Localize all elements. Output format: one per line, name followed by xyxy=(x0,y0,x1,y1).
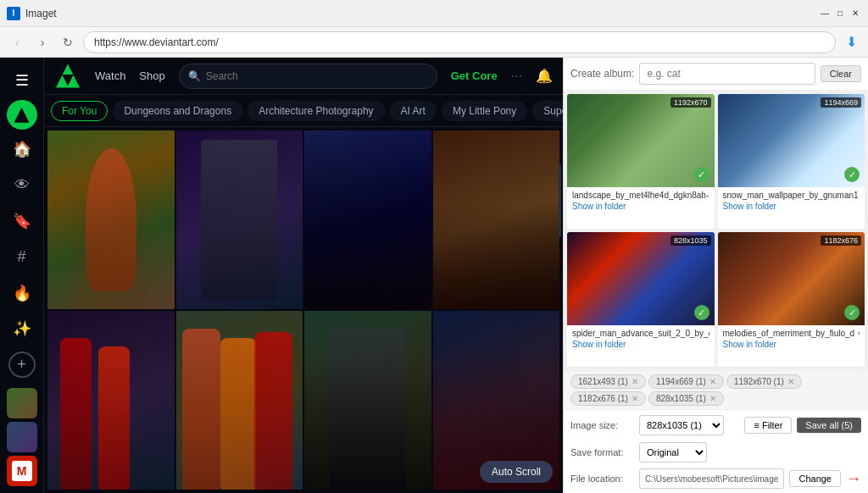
size-tag-remove-3[interactable]: ✕ xyxy=(787,377,794,386)
thumbnail-4: 1182x676 ✓ melodies_of_merriment_by_fiul… xyxy=(718,232,865,367)
thumb-dim-2: 1194x669 xyxy=(821,97,861,108)
thumb-show-1[interactable]: Show in folder xyxy=(572,202,709,211)
get-core-button[interactable]: Get Core xyxy=(451,69,498,82)
thumb-img-area-3[interactable]: 828x1035 ✓ xyxy=(567,232,715,325)
grid-image-3[interactable] xyxy=(304,130,431,309)
thumbnails-grid: 1192x670 ✓ landscape_by_met4lhe4d_dgkn8a… xyxy=(564,91,868,370)
size-tag-1[interactable]: 1621x493 (1) ✕ xyxy=(570,374,646,389)
thumb-img-area-4[interactable]: 1182x676 ✓ xyxy=(718,232,865,325)
category-architecture[interactable]: Architecture Photography xyxy=(248,101,384,121)
image-size-row: Image size: 828x1035 (1) ≡ Filter Save a… xyxy=(570,413,861,437)
thumb-info-2: snow_man_wallpaper_by_gnuman1 ✏ Show in … xyxy=(718,187,865,214)
url-bar[interactable] xyxy=(83,31,836,53)
thumb-show-4[interactable]: Show in folder xyxy=(723,340,860,349)
category-my-little-pony[interactable]: My Little Pony xyxy=(442,101,527,121)
category-for-you[interactable]: For You xyxy=(51,101,108,121)
da-logo-sidebar[interactable] xyxy=(7,100,37,130)
size-tag-2[interactable]: 1194x669 (1) ✕ xyxy=(648,374,724,389)
album-label: Create album: xyxy=(570,68,634,80)
sidebar-fire-button[interactable]: 🔥 xyxy=(5,276,39,308)
deviantart-panel: ☰ 🏠 👁 🔖 # 🔥 ✨ + M xyxy=(0,58,563,493)
thumb-info-1: landscape_by_met4lhe4d_dgkn8ah- ✏ Show i… xyxy=(567,187,715,214)
minimize-button[interactable]: — xyxy=(819,8,831,19)
album-input[interactable] xyxy=(639,63,815,85)
image-size-select[interactable]: 828x1035 (1) xyxy=(639,415,724,435)
size-tag-remove-1[interactable]: ✕ xyxy=(632,377,638,386)
size-tag-remove-5[interactable]: ✕ xyxy=(709,394,716,403)
sidebar-bookmark-button[interactable]: 🔖 xyxy=(5,205,39,237)
filter-button[interactable]: ≡ Filter xyxy=(744,417,792,434)
sidebar-menu-button[interactable]: ☰ xyxy=(5,64,39,97)
da-search-bar[interactable]: 🔍 xyxy=(179,64,437,89)
grid-image-6[interactable] xyxy=(176,311,303,490)
sidebar-home-button[interactable]: 🏠 xyxy=(5,133,39,165)
grid-image-1[interactable] xyxy=(47,130,175,309)
size-tag-4[interactable]: 1182x676 (1) ✕ xyxy=(570,391,646,406)
save-format-row: Save format: Original xyxy=(570,440,861,464)
auto-scroll-button[interactable]: Auto Scroll xyxy=(480,461,553,483)
category-ai-art[interactable]: AI Art xyxy=(390,101,437,121)
sidebar-add-button[interactable]: + xyxy=(8,352,36,378)
forward-button[interactable]: › xyxy=(32,32,53,53)
thumb-info-4: melodies_of_merriment_by_fiulo_d ✏ Show … xyxy=(718,325,865,352)
close-button[interactable]: ✕ xyxy=(849,8,861,19)
thumb-check-1: ✓ xyxy=(694,167,709,182)
file-location-row: File location: Change → xyxy=(570,468,861,490)
grid-image-7[interactable] xyxy=(304,311,431,490)
save-all-button[interactable]: Save all (5) xyxy=(797,418,861,433)
watch-link[interactable]: Watch xyxy=(95,69,125,82)
category-superheroes[interactable]: Superheroes xyxy=(532,101,563,121)
sidebar-thumb-3[interactable]: M xyxy=(7,456,37,486)
sidebar-star-button[interactable]: ✨ xyxy=(5,313,39,345)
shop-link[interactable]: Shop xyxy=(139,69,164,82)
change-button[interactable]: Change xyxy=(789,470,841,487)
grid-image-4[interactable] xyxy=(433,130,560,309)
da-nav-links: Watch Shop xyxy=(95,69,165,82)
app-title: Imaget xyxy=(25,8,57,19)
sidebar-thumb-2[interactable] xyxy=(7,422,37,452)
file-location-input[interactable] xyxy=(639,468,784,489)
clear-button[interactable]: Clear xyxy=(821,65,861,82)
thumb-edit-4[interactable]: ✏ xyxy=(858,329,860,338)
image-size-label: Image size: xyxy=(570,420,634,430)
category-dungeons[interactable]: Dungeons and Dragons xyxy=(113,101,242,121)
grid-image-2[interactable] xyxy=(176,130,303,309)
folder-arrow-icon[interactable]: → xyxy=(846,470,861,488)
grid-image-5[interactable] xyxy=(47,311,175,490)
size-tag-5[interactable]: 828x1035 (1) ✕ xyxy=(648,391,724,406)
title-bar: I Imaget — □ ✕ xyxy=(0,0,868,27)
refresh-button[interactable]: ↻ xyxy=(58,32,78,53)
sidebar-hash-button[interactable]: # xyxy=(5,241,39,273)
thumb-show-2[interactable]: Show in folder xyxy=(723,202,860,211)
sidebar-thumb-1[interactable] xyxy=(7,388,37,418)
search-icon: 🔍 xyxy=(188,70,201,82)
thumb-name-2: snow_man_wallpaper_by_gnuman1 ✏ xyxy=(723,191,860,200)
thumbnail-3: 828x1035 ✓ spider_man_advance_suit_2_0_b… xyxy=(567,232,715,367)
app-title-area: I Imaget xyxy=(7,7,57,20)
search-input[interactable] xyxy=(206,70,428,82)
image-grid: Auto Scroll xyxy=(44,127,563,493)
sidebar-eye-button[interactable]: 👁 xyxy=(5,169,39,201)
scroll-indicator xyxy=(559,163,561,236)
maximize-button[interactable]: □ xyxy=(834,8,846,19)
back-button[interactable]: ‹ xyxy=(7,32,27,53)
notifications-button[interactable]: 🔔 xyxy=(536,68,553,84)
thumbnail-1: 1192x670 ✓ landscape_by_met4lhe4d_dgkn8a… xyxy=(567,94,715,229)
size-tag-3[interactable]: 1192x670 (1) ✕ xyxy=(726,374,802,389)
thumb-name-4: melodies_of_merriment_by_fiulo_d ✏ xyxy=(723,329,860,338)
da-main-area: Watch Shop 🔍 Get Core ··· 🔔 For You Dung… xyxy=(44,58,563,493)
save-format-select[interactable]: Original xyxy=(639,442,707,463)
download-button[interactable]: ⬇ xyxy=(841,32,861,53)
thumb-show-3[interactable]: Show in folder xyxy=(572,340,709,349)
more-options[interactable]: ··· xyxy=(511,69,522,84)
album-row: Create album: Clear xyxy=(564,58,868,91)
file-location-label: File location: xyxy=(570,474,634,484)
thumb-img-area-1[interactable]: 1192x670 ✓ xyxy=(567,94,715,187)
size-tag-remove-4[interactable]: ✕ xyxy=(632,394,638,403)
da-logo xyxy=(54,63,81,90)
thumb-check-3: ✓ xyxy=(694,305,709,320)
thumb-dim-3: 828x1035 xyxy=(670,235,711,246)
thumb-img-area-2[interactable]: 1194x669 ✓ xyxy=(718,94,865,187)
window-controls: — □ ✕ xyxy=(819,8,861,19)
size-tag-remove-2[interactable]: ✕ xyxy=(709,377,716,386)
